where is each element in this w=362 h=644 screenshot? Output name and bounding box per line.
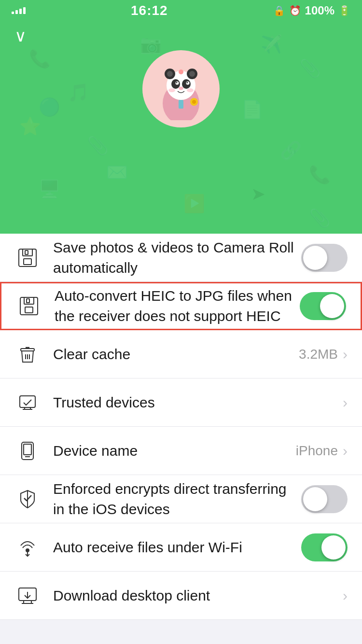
download-desktop-item[interactable]: Download desktop client › xyxy=(0,572,362,620)
save-photos-toggle-container xyxy=(301,244,348,272)
auto-receive-toggle[interactable] xyxy=(301,533,348,561)
svg-rect-25 xyxy=(25,307,33,313)
status-time: 16:12 xyxy=(131,3,168,18)
signal-icon xyxy=(12,7,26,14)
svg-point-12 xyxy=(179,87,183,90)
clear-cache-chevron: › xyxy=(343,346,348,363)
enforced-encrypt-toggle[interactable] xyxy=(301,485,348,513)
auto-receive-toggle-container xyxy=(301,533,348,561)
save-photos-label: Save photos & videos to Camera Roll auto… xyxy=(53,238,301,278)
status-bar: 16:12 🔒 ⏰ 100% 🔋 xyxy=(0,0,362,21)
alarm-icon: ⏰ xyxy=(289,5,301,16)
svg-point-5 xyxy=(189,71,195,77)
download-desktop-right: › xyxy=(343,588,348,604)
device-name-value: iPhone xyxy=(296,443,338,459)
device-name-icon xyxy=(14,438,41,464)
clear-cache-icon xyxy=(14,341,41,367)
clear-cache-right: 3.2MB › xyxy=(299,346,348,363)
enforced-encrypt-label: Enforced encrypts direct transferring in… xyxy=(53,479,301,519)
svg-rect-26 xyxy=(27,299,29,303)
trusted-devices-icon xyxy=(14,390,41,416)
enforced-encrypt-toggle-container xyxy=(301,485,348,513)
trusted-devices-label: Trusted devices xyxy=(53,392,343,413)
save-photos-icon xyxy=(14,245,41,271)
status-right: 🔒 ⏰ 100% 🔋 xyxy=(273,4,350,17)
clear-cache-value: 3.2MB xyxy=(299,347,338,362)
settings-list: Save photos & videos to Camera Roll auto… xyxy=(0,234,362,620)
svg-point-14 xyxy=(187,88,194,92)
auto-receive-icon xyxy=(14,534,41,560)
device-name-right: iPhone › xyxy=(296,443,348,459)
enforced-encrypt-icon xyxy=(14,486,41,512)
save-photos-item[interactable]: Save photos & videos to Camera Roll auto… xyxy=(0,234,362,282)
svg-rect-18 xyxy=(179,100,183,109)
trusted-devices-chevron: › xyxy=(343,394,348,411)
svg-rect-27 xyxy=(21,349,34,351)
svg-rect-36 xyxy=(24,444,31,455)
download-desktop-label: Download desktop client xyxy=(53,586,343,606)
svg-rect-31 xyxy=(20,396,35,407)
download-desktop-icon xyxy=(14,583,41,609)
svg-point-6 xyxy=(171,79,180,89)
svg-point-4 xyxy=(167,71,173,77)
device-name-item[interactable]: Device name iPhone › xyxy=(0,427,362,475)
back-button[interactable]: ∨ xyxy=(14,26,27,45)
device-name-chevron: › xyxy=(343,443,348,459)
auto-convert-toggle[interactable] xyxy=(300,292,346,320)
clear-cache-item[interactable]: Clear cache 3.2MB › xyxy=(0,330,362,378)
trusted-devices-right: › xyxy=(343,394,348,411)
battery-icon: 🔋 xyxy=(338,5,350,16)
trusted-devices-item[interactable]: Trusted devices › xyxy=(0,378,362,427)
lock-icon: 🔒 xyxy=(273,5,285,16)
auto-convert-item[interactable]: Auto-convert HEIC to JPG files when the … xyxy=(0,282,362,330)
svg-rect-22 xyxy=(25,251,28,254)
auto-convert-label: Auto-convert HEIC to JPG files when the … xyxy=(55,286,300,326)
download-desktop-chevron: › xyxy=(343,588,348,604)
svg-point-17 xyxy=(192,100,196,104)
profile-header: 📞 🎵 📷 ✈️ 📎 ⭐ 📎 📄 🔗 🖥️ ✉️ ▶️ ➤ 📎 🗒️ 🔵 📞 ∨ xyxy=(0,21,362,234)
svg-point-37 xyxy=(26,549,29,552)
svg-point-7 xyxy=(182,79,191,89)
svg-rect-21 xyxy=(24,259,31,265)
clear-cache-label: Clear cache xyxy=(53,344,299,364)
svg-point-15 xyxy=(179,70,183,74)
avatar xyxy=(142,50,220,127)
auto-convert-toggle-container xyxy=(300,292,346,320)
device-name-label: Device name xyxy=(53,441,296,461)
save-photos-toggle[interactable] xyxy=(301,244,348,272)
svg-point-11 xyxy=(187,82,188,84)
auto-receive-label: Auto receive files under Wi-Fi xyxy=(53,537,301,558)
enforced-encrypt-item[interactable]: Enforced encrypts direct transferring in… xyxy=(0,475,362,523)
battery-text: 100% xyxy=(305,4,334,17)
auto-convert-icon xyxy=(16,293,42,319)
svg-point-13 xyxy=(168,88,175,92)
status-left xyxy=(12,7,26,14)
svg-point-10 xyxy=(176,82,178,84)
auto-receive-item[interactable]: Auto receive files under Wi-Fi xyxy=(0,523,362,572)
